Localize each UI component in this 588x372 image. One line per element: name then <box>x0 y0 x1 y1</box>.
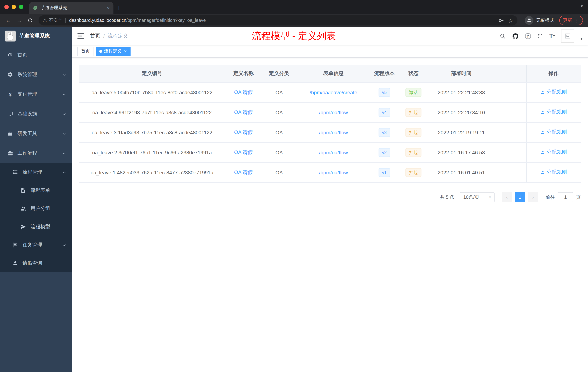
definition-name-link[interactable]: OA 请假 <box>234 129 253 135</box>
tab-strip: 芋道管理系统 × + ▾ <box>0 0 588 14</box>
sidebar-item-system[interactable]: 系统管理 <box>0 65 72 85</box>
definition-name-link[interactable]: OA 请假 <box>234 169 253 175</box>
form-link[interactable]: /bpm/oa/flow <box>319 109 348 115</box>
address-bar[interactable]: ⚠ 不安全 dashboard.yudao.iocoder.cn/bpm/man… <box>39 15 517 25</box>
window-zoom-button[interactable] <box>19 5 23 9</box>
form-link[interactable]: /bpm/oa/flow <box>319 149 348 155</box>
chevron-up-icon <box>62 170 66 174</box>
person-icon <box>540 130 545 135</box>
sidebar-item-infrastructure[interactable]: 基础设施 <box>0 104 72 124</box>
url-path: /bpm/manager/definition?key=oa_leave <box>126 18 206 23</box>
app-logo: 芋道管理系统 <box>0 27 72 45</box>
table-header-row: 定义编号 定义名称 定义分类 表单信息 流程版本 状态 部署时间 操作 <box>79 65 581 82</box>
bookmark-star-icon[interactable]: ☆ <box>508 18 513 23</box>
person-icon <box>12 260 18 266</box>
form-link[interactable]: /bpm/oa/flow <box>319 129 348 135</box>
definition-name-link[interactable]: OA 请假 <box>234 89 253 95</box>
definition-name-link[interactable]: OA 请假 <box>234 149 253 155</box>
tab-close-icon[interactable]: × <box>107 5 110 11</box>
assign-rule-link[interactable]: 分配规则 <box>540 169 567 176</box>
sidebar-item-workflow[interactable]: 工作流程 <box>0 143 72 163</box>
url-host: dashboard.yudao.iocoder.cn <box>69 18 126 23</box>
window-controls <box>4 0 29 14</box>
fullscreen-icon[interactable] <box>537 33 543 39</box>
table-row: oa_leave:3:1fad3d93-7b75-11ec-a3c8-acde4… <box>79 122 581 142</box>
breadcrumb-home[interactable]: 首页 <box>90 33 100 39</box>
forward-button[interactable]: → <box>15 16 24 25</box>
password-key-icon[interactable] <box>498 18 504 23</box>
github-icon[interactable] <box>512 33 519 40</box>
column-header: 部署时间 <box>429 65 494 82</box>
sidebar-item-process-form[interactable]: 流程表单 <box>0 181 72 199</box>
security-warning-icon[interactable]: ⚠ <box>43 18 47 23</box>
sidebar-item-process-manage[interactable]: 流程管理 <box>0 163 72 181</box>
form-link[interactable]: /bpm/oa/flow <box>319 169 348 175</box>
sidebar-item-task-manage[interactable]: 任务管理 <box>0 236 72 254</box>
chevron-down-icon <box>62 243 66 247</box>
sidebar-item-home[interactable]: 首页 <box>0 45 72 65</box>
tag-current[interactable]: 流程定义 × <box>96 46 130 56</box>
incognito-icon <box>525 16 534 25</box>
deploy-time-cell: 2022-01-16 17:46:53 <box>429 142 494 162</box>
page-number-button[interactable]: 1 <box>515 192 525 202</box>
browser-menu-icon[interactable]: ⋮ <box>575 18 579 23</box>
form-link[interactable]: /bpm/oa/leave/create <box>310 89 357 95</box>
reload-button[interactable] <box>25 16 35 25</box>
chevron-up-icon <box>62 151 66 155</box>
column-header: 操作 <box>526 65 581 82</box>
sidebar-item-process-model[interactable]: 流程模型 <box>0 218 72 236</box>
search-icon[interactable] <box>499 33 506 39</box>
filler-cell <box>494 102 526 122</box>
new-tab-button[interactable]: + <box>114 2 124 14</box>
sidebar-item-leave-query[interactable]: 请假查询 <box>0 254 72 272</box>
assign-rule-link[interactable]: 分配规则 <box>540 149 567 156</box>
assign-rule-link[interactable]: 分配规则 <box>540 129 567 136</box>
active-tag-dot <box>99 50 102 53</box>
sidebar-item-payment[interactable]: ¥ 支付管理 <box>0 85 72 104</box>
paper-plane-icon <box>20 224 26 230</box>
next-page-button[interactable]: › <box>528 192 538 202</box>
chevron-down-icon <box>62 112 66 116</box>
page-size-select[interactable]: 10条/页 ▾ <box>460 192 494 202</box>
tag-home[interactable]: 首页 <box>77 46 94 56</box>
window-close-button[interactable] <box>4 5 9 9</box>
back-button[interactable]: ← <box>4 16 13 25</box>
deploy-time-cell: 2022-01-16 01:40:51 <box>429 162 494 182</box>
assign-rule-link[interactable]: 分配规则 <box>540 109 567 116</box>
sidebar-toggle-icon[interactable] <box>77 33 84 39</box>
category-cell: OA <box>262 122 296 142</box>
breadcrumb-current: 流程定义 <box>108 33 128 39</box>
definition-id-cell: oa_leave:4:991f2193-7b7f-11ec-a3c8-acde4… <box>79 102 225 122</box>
category-cell: OA <box>262 102 296 122</box>
sidebar-item-devtools[interactable]: 研发工具 <box>0 124 72 143</box>
deploy-time-cell: 2022-01-22 21:48:38 <box>429 82 494 102</box>
help-icon[interactable]: ? <box>525 33 531 39</box>
font-size-icon[interactable]: TT <box>549 33 555 39</box>
person-icon <box>540 150 545 155</box>
goto-page-input[interactable] <box>558 192 573 202</box>
status-tag: 挂起 <box>405 128 421 137</box>
user-avatar[interactable] <box>561 30 574 43</box>
tab-search-icon[interactable]: ▾ <box>581 4 583 9</box>
tab-title: 芋道管理系统 <box>41 5 104 11</box>
tag-close-icon[interactable]: × <box>124 49 127 54</box>
definition-table: 定义编号 定义名称 定义分类 表单信息 流程版本 状态 部署时间 操作 <box>79 65 581 183</box>
update-button[interactable]: 更新 ⋮ <box>559 16 583 25</box>
gear-icon <box>7 72 13 77</box>
status-tag: 挂起 <box>405 148 421 157</box>
definition-id-cell: oa_leave:5:004b710b-7b8a-11ec-8ef0-acde4… <box>79 82 225 102</box>
prev-page-button[interactable]: ‹ <box>502 192 512 202</box>
sidebar-item-user-group[interactable]: 用户分组 <box>0 199 72 218</box>
version-tag: v1 <box>378 168 390 177</box>
table-row: oa_leave:1:482ec033-762a-11ec-8477-a2380… <box>79 162 581 182</box>
definition-name-link[interactable]: OA 请假 <box>234 109 253 115</box>
avatar-dropdown-icon[interactable]: ▾ <box>580 36 583 41</box>
breadcrumb: 首页 / 流程定义 <box>90 33 128 39</box>
window-minimize-button[interactable] <box>12 5 16 9</box>
app-title: 芋道管理系统 <box>19 33 50 39</box>
deploy-time-cell: 2022-01-22 19:19:11 <box>429 122 494 142</box>
assign-rule-link[interactable]: 分配规则 <box>540 89 567 96</box>
url-separator <box>66 18 66 23</box>
column-header: 定义名称 <box>225 65 262 82</box>
browser-tab[interactable]: 芋道管理系统 × <box>29 2 114 14</box>
